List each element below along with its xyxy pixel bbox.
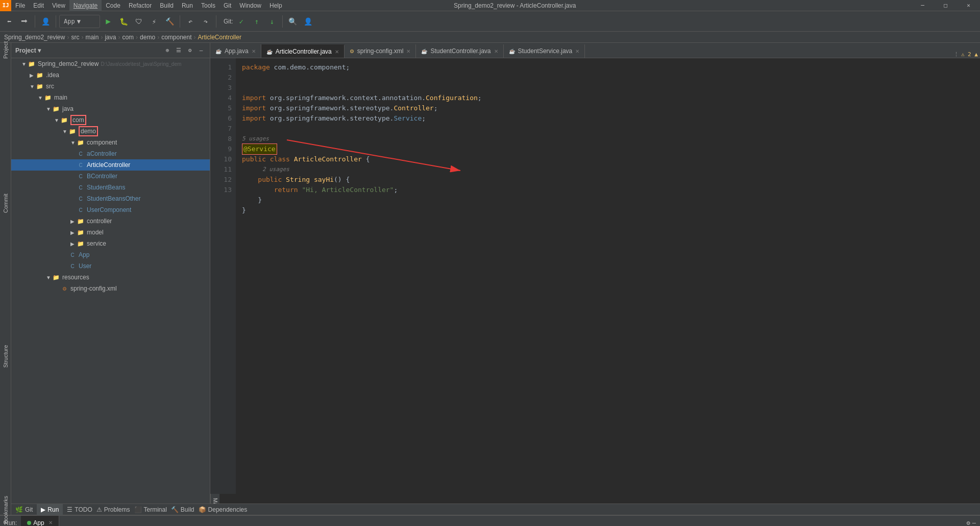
tab-close-app[interactable]: ✕ bbox=[252, 49, 256, 54]
tree-app[interactable]: C App bbox=[11, 249, 210, 260]
breadcrumb-demo[interactable]: demo bbox=[140, 34, 155, 41]
bottom-nav-git[interactable]: 🌿 Git bbox=[15, 506, 33, 513]
tree-spring-config[interactable]: ⚙ spring-config.xml bbox=[11, 283, 210, 294]
tree-java[interactable]: ▼ 📁 java bbox=[11, 103, 210, 114]
bottom-nav-terminal[interactable]: ⬛ Terminal bbox=[134, 506, 167, 513]
menu-git[interactable]: Git bbox=[219, 0, 235, 11]
code-editor[interactable]: package com.demo.component; import org.s… bbox=[236, 58, 980, 494]
tree-user[interactable]: C User bbox=[11, 260, 210, 272]
git-pull-button[interactable]: ↓ bbox=[265, 14, 279, 29]
undo-button[interactable]: ↶ bbox=[183, 14, 198, 29]
menu-run[interactable]: Run bbox=[178, 0, 197, 11]
menu-build[interactable]: Build bbox=[156, 0, 178, 11]
tab-articlecontroller[interactable]: ☕ ArticleController.java ✕ bbox=[261, 44, 345, 58]
code-line-hint2: 2 usages bbox=[242, 164, 974, 175]
bottom-settings-button[interactable]: ⚙ bbox=[967, 519, 970, 527]
tab-close-sc[interactable]: ✕ bbox=[494, 49, 498, 54]
tree-idea[interactable]: ▶ 📁 .idea bbox=[11, 69, 210, 81]
tree-controller[interactable]: ▶ 📁 controller bbox=[11, 216, 210, 227]
bottom-nav-todo[interactable]: ☰ TODO bbox=[67, 506, 92, 513]
recent-files-button[interactable]: 👤 bbox=[38, 14, 53, 29]
tabs-more-button[interactable]: ⋮ bbox=[953, 51, 959, 58]
tab-studentcontroller[interactable]: ☕ StudentController.java ✕ bbox=[416, 44, 503, 58]
menu-help[interactable]: Help bbox=[265, 0, 286, 11]
breadcrumb-main[interactable]: main bbox=[85, 34, 99, 41]
build-nav-label: Build bbox=[181, 506, 194, 513]
build-button[interactable]: 🔨 bbox=[162, 14, 177, 29]
breadcrumb-current[interactable]: ArticleController bbox=[198, 34, 241, 41]
menu-file[interactable]: File bbox=[11, 0, 29, 11]
structure-panel-toggle[interactable]: Structure bbox=[1, 351, 11, 362]
bottom-tab-close[interactable]: ✕ bbox=[48, 520, 53, 525]
run-config-dropdown[interactable]: App ▼ bbox=[59, 15, 100, 28]
tree-main[interactable]: ▼ 📁 main bbox=[11, 92, 210, 103]
tree-bcontroller[interactable]: C BController bbox=[11, 171, 210, 182]
project-gear-button[interactable]: ⚙ bbox=[185, 46, 194, 55]
tree-component[interactable]: ▼ 📁 component bbox=[11, 137, 210, 148]
bottom-nav-run[interactable]: ▶ Run bbox=[37, 504, 63, 515]
bottom-tab-app[interactable]: App ✕ bbox=[21, 516, 59, 527]
breadcrumb-root[interactable]: Spring_demo2_review bbox=[4, 34, 65, 41]
tab-close-articlec[interactable]: ✕ bbox=[335, 49, 339, 55]
project-panel-toggle[interactable]: Project bbox=[1, 45, 11, 55]
project-panel-title: Project ▾ bbox=[15, 47, 41, 54]
git-check-button[interactable]: ✓ bbox=[234, 14, 249, 29]
run-button[interactable]: ▶ bbox=[101, 14, 115, 29]
tree-root[interactable]: ▼ 📁 Spring_demo2_review D:\Java\code\tes… bbox=[11, 58, 210, 69]
tree-src[interactable]: ▼ 📁 src bbox=[11, 81, 210, 92]
search-button[interactable]: 🔍 bbox=[286, 14, 300, 29]
tree-studentbeans[interactable]: C StudentBeans bbox=[11, 182, 210, 193]
user-button[interactable]: 👤 bbox=[301, 14, 315, 29]
close-button[interactable]: ✕ bbox=[957, 0, 980, 11]
menu-refactor[interactable]: Refactor bbox=[125, 0, 156, 11]
tab-studentservice[interactable]: ☕ StudentService.java ✕ bbox=[504, 44, 585, 58]
tree-demo[interactable]: ▼ 📁 demo bbox=[11, 126, 210, 137]
java-icon-ac: C bbox=[77, 150, 85, 158]
tree-resources[interactable]: ▼ 📁 resources bbox=[11, 272, 210, 283]
minimize-button[interactable]: ─ bbox=[911, 0, 934, 11]
menu-code[interactable]: Code bbox=[102, 0, 125, 11]
bottom-tabs: Run: App ✕ ⚙ — bbox=[0, 516, 980, 526]
tree-model[interactable]: ▶ 📁 model bbox=[11, 227, 210, 238]
project-scope-button[interactable]: ⊕ bbox=[163, 46, 172, 55]
maximize-button[interactable]: □ bbox=[934, 0, 957, 11]
tab-spring-config[interactable]: ⚙ spring-config.xml ✕ bbox=[345, 44, 416, 58]
git-push-button[interactable]: ↑ bbox=[250, 14, 264, 29]
profile-button[interactable]: ⚡ bbox=[147, 14, 161, 29]
bottom-hide-button[interactable]: — bbox=[972, 519, 976, 527]
tab-app[interactable]: ☕ App.java ✕ bbox=[210, 44, 261, 58]
forward-button[interactable]: ⮕ bbox=[17, 14, 32, 29]
debug-button[interactable]: 🐛 bbox=[116, 14, 131, 29]
breadcrumb-src[interactable]: src bbox=[71, 34, 79, 41]
breadcrumb-com[interactable]: com bbox=[122, 34, 134, 41]
back-button[interactable]: ⬅ bbox=[2, 14, 16, 29]
tree-articlecontroller[interactable]: C ArticleController bbox=[11, 159, 210, 171]
bookmarks-panel-toggle[interactable]: Bookmarks bbox=[1, 505, 11, 515]
tree-com[interactable]: ▼ 📁 com bbox=[11, 114, 210, 126]
tree-usercomponent[interactable]: C UserComponent bbox=[11, 204, 210, 216]
tree-studentbeansother[interactable]: C StudentBeansOther bbox=[11, 193, 210, 204]
bottom-nav-build[interactable]: 🔨 Build bbox=[171, 506, 194, 513]
redo-button[interactable]: ↷ bbox=[199, 14, 213, 29]
breadcrumb-component[interactable]: component bbox=[161, 34, 191, 41]
usages-hint-5: 5 usages bbox=[242, 134, 269, 144]
bottom-nav-problems[interactable]: ⚠ Problems bbox=[96, 506, 130, 513]
tree-service[interactable]: ▶ 📁 service bbox=[11, 238, 210, 249]
breadcrumb-java[interactable]: java bbox=[105, 34, 116, 41]
coverage-button[interactable]: 🛡 bbox=[132, 14, 146, 29]
tree-java-label: java bbox=[62, 105, 74, 112]
tab-close-ss[interactable]: ✕ bbox=[575, 49, 579, 54]
tree-acontroller[interactable]: C aController bbox=[11, 148, 210, 159]
commit-panel-toggle[interactable]: Commit bbox=[1, 198, 11, 208]
menu-edit[interactable]: Edit bbox=[29, 0, 48, 11]
menu-view[interactable]: View bbox=[48, 0, 69, 11]
project-collapse-button[interactable]: ☰ bbox=[174, 46, 183, 55]
code-line-6: import org.springframework.stereotype.Se… bbox=[242, 113, 974, 124]
menu-window[interactable]: Window bbox=[235, 0, 265, 11]
bottom-nav-dependencies[interactable]: 📦 Dependencies bbox=[199, 506, 248, 513]
menu-tools[interactable]: Tools bbox=[197, 0, 219, 11]
tab-close-xml[interactable]: ✕ bbox=[406, 49, 410, 54]
project-hide-button[interactable]: — bbox=[197, 46, 206, 55]
tree-service-label: service bbox=[87, 240, 106, 247]
menu-navigate[interactable]: Navigate bbox=[69, 0, 102, 11]
